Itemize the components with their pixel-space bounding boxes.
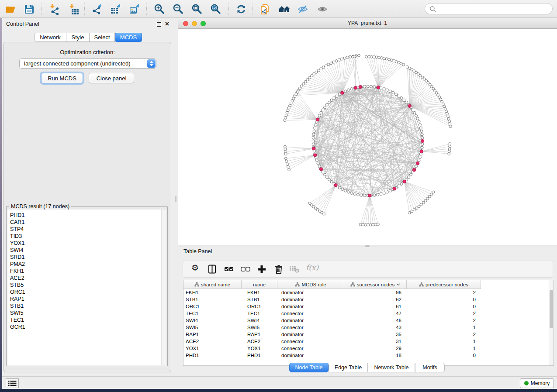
mcds-result-item[interactable]: CAR1 xyxy=(7,219,166,226)
table-cell: 2 xyxy=(407,317,481,324)
mcds-result-item[interactable]: RAP1 xyxy=(7,296,166,303)
first-neighbors-icon[interactable] xyxy=(278,3,290,15)
show-all-icon[interactable] xyxy=(317,3,328,15)
mcds-result-item[interactable]: TEC1 xyxy=(7,316,166,323)
column-header-MCDS-role[interactable]: MCDS role xyxy=(277,280,344,289)
table-cell: PHD1 xyxy=(183,352,242,359)
mcds-result-item[interactable]: ORC1 xyxy=(7,289,166,296)
table-row[interactable]: TEC1TEC1connector472 xyxy=(183,310,481,317)
zoom-selected-icon[interactable] xyxy=(210,3,221,15)
add-icon[interactable] xyxy=(256,264,267,276)
table-row[interactable]: RAP1RAP1dominator352 xyxy=(183,331,481,338)
table-cell: connector xyxy=(277,310,344,317)
tab-select[interactable]: Select xyxy=(89,33,115,42)
status-menu-button[interactable] xyxy=(6,378,19,388)
table-row[interactable]: ORC1ORC1dominator610 xyxy=(183,303,481,310)
toolbar-separator xyxy=(228,3,229,15)
tab-node-table[interactable]: Node Table xyxy=(289,363,329,372)
control-panel-float-icon[interactable] xyxy=(157,22,161,27)
tab-motifs[interactable]: Motifs xyxy=(415,363,445,372)
table-row[interactable]: PHD1PHD1dominator180 xyxy=(183,352,481,359)
mcds-result-item[interactable]: STB5 xyxy=(7,282,166,289)
delete-table-icon[interactable] xyxy=(289,265,301,276)
table-cell: ACE2 xyxy=(242,338,277,345)
tab-network[interactable]: Network xyxy=(34,33,66,42)
run-mcds-button[interactable]: Run MCDS xyxy=(41,73,83,83)
mcds-result-item[interactable]: SWI4 xyxy=(7,247,166,254)
column-header-successor-nodes[interactable]: successor nodes xyxy=(344,280,407,289)
zoom-fit-icon[interactable] xyxy=(191,3,203,15)
network-window-titlebar[interactable]: YPA_prune.txt_1 xyxy=(178,18,557,29)
table-cell: RAP1 xyxy=(183,331,242,338)
function-builder-icon[interactable]: f(x) xyxy=(306,263,318,272)
export-table-icon[interactable] xyxy=(110,3,121,15)
table-cell: SWI5 xyxy=(242,324,277,331)
table-cell: 46 xyxy=(344,317,407,324)
criterion-dropdown[interactable]: largest connected component (undirected) xyxy=(19,58,156,69)
mcds-result-item[interactable]: ACE2 xyxy=(7,275,166,282)
import-table-icon[interactable] xyxy=(68,3,80,15)
table-cell: 62 xyxy=(344,296,407,303)
column-header-shared-name[interactable]: shared name xyxy=(183,280,242,289)
select-all-icon[interactable] xyxy=(224,264,235,276)
tab-network-table[interactable]: Network Table xyxy=(368,363,415,372)
export-image-icon[interactable] xyxy=(129,3,140,15)
tab-mcds[interactable]: MCDS xyxy=(115,33,142,42)
export-network-icon[interactable] xyxy=(92,3,103,15)
table-cell: 1 xyxy=(407,338,481,345)
mcds-result-item[interactable]: SRD1 xyxy=(7,254,166,261)
close-panel-button[interactable]: Close panel xyxy=(89,73,134,83)
mcds-result-item[interactable]: PHD1 xyxy=(7,212,166,219)
mcds-result-item[interactable]: STP4 xyxy=(7,226,166,233)
hide-selected-icon[interactable] xyxy=(297,3,308,15)
table-row[interactable]: FKH1FKH1dominator962 xyxy=(183,289,481,296)
mcds-result-item[interactable]: PMA2 xyxy=(7,261,166,268)
table-cell: ORC1 xyxy=(183,303,242,310)
mcds-result-item[interactable]: FKH1 xyxy=(7,268,166,275)
table-body: FKH1FKH1dominator962STB1STB1dominator620… xyxy=(183,289,481,359)
table-row[interactable]: SWI4SWI4dominator462 xyxy=(183,317,481,324)
control-panel-close-icon[interactable]: ✕ xyxy=(165,21,170,27)
show-columns-icon[interactable] xyxy=(207,264,218,276)
table-cell: YOX1 xyxy=(183,345,242,352)
mcds-result-item[interactable]: GCR1 xyxy=(7,323,166,330)
open-file-icon[interactable] xyxy=(5,3,17,15)
table-cell: 96 xyxy=(344,289,407,296)
mcds-scrollbar[interactable] xyxy=(161,210,166,365)
tab-style[interactable]: Style xyxy=(66,33,90,42)
column-header-predecessor-nodes[interactable]: predecessor nodes xyxy=(407,280,481,289)
network-canvas[interactable] xyxy=(178,29,557,245)
zoom-out-icon[interactable] xyxy=(173,3,184,15)
duplicate-network-icon[interactable] xyxy=(259,3,271,15)
mcds-result-item[interactable]: TID3 xyxy=(7,233,166,240)
table-cell: TEC1 xyxy=(242,310,277,317)
column-header-name[interactable]: name xyxy=(242,280,277,289)
table-cell: 0 xyxy=(407,352,481,359)
save-icon[interactable] xyxy=(24,3,35,15)
table-row[interactable]: STB1STB1dominator620 xyxy=(183,296,481,303)
mcds-result-item[interactable]: STB1 xyxy=(7,303,166,309)
table-header: shared namenameMCDS rolesuccessor nodesp… xyxy=(183,280,481,289)
table-row[interactable]: SWI5SWI5connector431 xyxy=(183,324,481,331)
vertical-splitter[interactable] xyxy=(174,18,178,376)
search-input[interactable] xyxy=(425,3,553,14)
table-panel: Table Panel ⚙ f(x) shared namenameMCDS r… xyxy=(178,247,557,376)
table-cell: 61 xyxy=(344,303,407,310)
table-cell: dominator xyxy=(277,352,344,359)
dropdown-stepper-icon[interactable] xyxy=(147,59,156,68)
mcds-result-item[interactable]: SWI5 xyxy=(7,309,166,316)
refresh-icon[interactable] xyxy=(235,3,247,15)
optimization-criterion-label: Optimization criterion: xyxy=(3,49,171,55)
table-row[interactable]: ACE2ACE2connector311 xyxy=(183,338,481,345)
delete-icon[interactable] xyxy=(273,264,284,276)
deselect-all-icon[interactable] xyxy=(240,264,252,276)
table-settings-gear-icon[interactable]: ⚙ xyxy=(191,263,199,273)
table-scrollbar[interactable] xyxy=(549,280,554,365)
network-window-title: YPA_prune.txt_1 xyxy=(178,20,557,26)
memory-button[interactable]: Memory xyxy=(520,378,554,388)
import-network-icon[interactable] xyxy=(49,3,60,15)
zoom-in-icon[interactable] xyxy=(154,3,165,15)
tab-edge-table[interactable]: Edge Table xyxy=(329,363,368,372)
table-row[interactable]: YOX1YOX1connector291 xyxy=(183,345,481,352)
mcds-result-item[interactable]: YOX1 xyxy=(7,240,166,247)
